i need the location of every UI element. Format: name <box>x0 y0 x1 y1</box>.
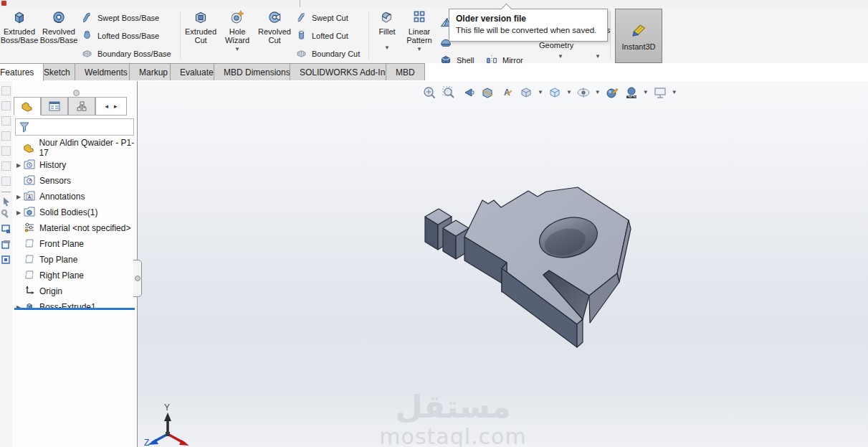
revolved-cut-button[interactable]: Revolved Cut <box>257 9 292 60</box>
tooltip-title: Older version file <box>456 14 601 24</box>
tree-item-label: Annotations <box>39 192 85 202</box>
part-model-boss-extrude[interactable] <box>416 179 652 366</box>
expand-arrow-icon[interactable]: ▶ <box>16 162 24 169</box>
3d-drawing-view-icon[interactable]: A <box>499 85 515 100</box>
tree-item-right-plane[interactable]: Right Plane <box>12 268 138 283</box>
window-tool-icon[interactable] <box>1 240 11 249</box>
button-label: Revolved Boss/Base <box>39 27 79 45</box>
hide-show-items-icon[interactable] <box>576 85 591 100</box>
extruded-cut-button[interactable]: Extruded Cut <box>183 9 218 60</box>
boundary-cut-button[interactable]: Boundary Cut <box>295 44 367 62</box>
chevron-down-icon[interactable]: ▼ <box>672 90 677 95</box>
zoom-to-area-icon[interactable] <box>441 85 457 100</box>
boundary-boss-base-button[interactable]: Boundary Boss/Base <box>81 44 178 62</box>
revolved-boss-icon <box>50 9 67 26</box>
linear-pattern-button[interactable]: Linear Pattern ▼ <box>403 9 436 60</box>
button-label: Fillet <box>378 27 395 36</box>
chevron-down-icon[interactable]: ▼ <box>234 47 240 52</box>
panel-viewport-splitter[interactable] <box>133 260 142 297</box>
scroll-left-icon[interactable]: ◂ <box>105 103 108 110</box>
origin-icon <box>24 286 36 297</box>
swept-cut-button[interactable]: Swept Cut <box>295 9 367 27</box>
left-docked-toolbar <box>0 81 13 447</box>
linear-pattern-icon <box>411 9 428 26</box>
featuremanager-tab[interactable] <box>14 97 41 116</box>
disabled-tool-icon <box>1 116 11 126</box>
tree-item-label: Right Plane <box>39 270 84 281</box>
rollback-bar[interactable] <box>14 308 135 310</box>
instant3d-toggle-button[interactable]: Instant3D <box>615 9 662 63</box>
hole-wizard-button[interactable]: Hole Wizard ▼ <box>219 9 255 60</box>
tree-item-label: Boss-Extrude1 <box>39 302 96 312</box>
revolved-boss-base-button[interactable]: Revolved Boss/Base <box>39 9 79 60</box>
curves-chevron-down-icon[interactable]: ▼ <box>595 53 601 60</box>
panel-tab-scroll: ◂ ▸ <box>95 97 127 116</box>
extruded-boss-base-button[interactable]: Extruded Boss/Base <box>1 9 37 60</box>
tab-solidworks-addins[interactable]: SOLIDWORKS Add-Ins <box>290 63 399 80</box>
tree-item-boss-extrude1[interactable]: ▶ Boss-Extrude1 <box>12 299 138 315</box>
apply-scene-icon[interactable] <box>624 85 639 100</box>
wrench-icon[interactable] <box>1 210 11 219</box>
swept-boss-base-button[interactable]: Swept Boss/Base <box>81 9 178 27</box>
chevron-down-icon[interactable]: ▼ <box>384 45 390 51</box>
disabled-tool-icon <box>1 161 11 171</box>
view-settings-icon[interactable] <box>652 85 668 100</box>
panel-splitter-handle[interactable] <box>73 90 80 96</box>
expand-arrow-icon[interactable]: ▶ <box>16 194 24 200</box>
select-cursor-icon[interactable] <box>1 197 11 207</box>
featuremanager-panel: ◂ ▸ Nour Aldin Qwaider - P1-17 ▶ History… <box>12 81 138 447</box>
tab-mbd-dimensions[interactable]: MBD Dimensions <box>214 63 300 80</box>
tree-item-origin[interactable]: Origin <box>12 283 138 299</box>
chevron-down-icon[interactable]: ▼ <box>566 90 572 95</box>
triad-origin <box>166 432 170 436</box>
button-label: Linear Pattern <box>403 27 436 45</box>
tab-features[interactable]: Features <box>0 63 44 81</box>
watermark-latin: mostaql.com <box>345 424 561 447</box>
chevron-down-icon[interactable]: ▼ <box>416 47 422 52</box>
tree-filter-box[interactable] <box>15 118 134 136</box>
window-tool-icon[interactable] <box>1 225 11 234</box>
lofted-cut-button[interactable]: Lofted Cut <box>295 27 367 44</box>
ribbon: Extruded Boss/Base Revolved Boss/Base Sw… <box>0 7 868 64</box>
boss-extrude-icon <box>24 301 36 313</box>
tree-item-top-plane[interactable]: Top Plane <box>12 252 138 268</box>
tree-item-material[interactable]: Material <not specified> <box>12 220 138 236</box>
tab-mbd[interactable]: MBD <box>386 63 425 80</box>
fillet-button[interactable]: Fillet ▼ <box>373 9 401 60</box>
graphics-viewport[interactable]: A ▼ ▼ ▼ ▼ ▼ <box>138 81 868 447</box>
edit-appearance-icon[interactable] <box>604 85 620 100</box>
configurationmanager-tab[interactable] <box>68 97 95 116</box>
tree-item-front-plane[interactable]: Front Plane <box>12 236 138 252</box>
chevron-down-icon[interactable]: ▼ <box>643 90 649 95</box>
tab-weldments[interactable]: Weldments <box>75 63 138 80</box>
view-orientation-icon[interactable] <box>518 85 534 100</box>
boundary-cut-icon <box>295 47 307 60</box>
instant3d-icon <box>629 21 648 39</box>
plane-icon <box>24 238 36 250</box>
boss-base-stack: Swept Boss/Base Lofted Boss/Base Boundar… <box>81 9 178 62</box>
tree-item-annotations[interactable]: ▶ A Annotations <box>12 189 138 204</box>
lofted-boss-base-button[interactable]: Lofted Boss/Base <box>81 27 178 44</box>
tree-item-history[interactable]: ▶ History <box>12 157 138 173</box>
part-icon <box>21 100 34 112</box>
previous-view-icon[interactable] <box>460 85 476 100</box>
section-view-icon[interactable] <box>480 85 495 100</box>
part-icon <box>23 142 35 154</box>
expand-arrow-icon[interactable]: ▶ <box>16 210 24 216</box>
zoom-to-fit-icon[interactable] <box>421 85 437 100</box>
button-label: Swept Boss/Base <box>97 14 159 22</box>
tree-item-sensors[interactable]: Sensors <box>12 173 138 189</box>
window-tool-icon[interactable] <box>1 255 11 264</box>
tree-root-item[interactable]: Nour Aldin Qwaider - P1-17 <box>12 140 138 156</box>
reference-geometry-chevron-down-icon[interactable]: ▼ <box>558 53 563 60</box>
tree-item-solid-bodies[interactable]: ▶ Solid Bodies(1) <box>12 204 138 220</box>
propertymanager-tab[interactable] <box>41 97 68 116</box>
display-style-icon[interactable] <box>547 85 563 100</box>
button-label: Hole Wizard <box>219 27 255 45</box>
button-label: Boundary Cut <box>312 50 360 58</box>
chevron-down-icon[interactable]: ▼ <box>595 90 601 95</box>
tooltip-body: This file will be converted when saved. <box>456 26 601 34</box>
chevron-down-icon[interactable]: ▼ <box>538 90 543 95</box>
watermark-arabic: مستقل <box>345 391 561 423</box>
scroll-right-icon[interactable]: ▸ <box>114 103 118 110</box>
